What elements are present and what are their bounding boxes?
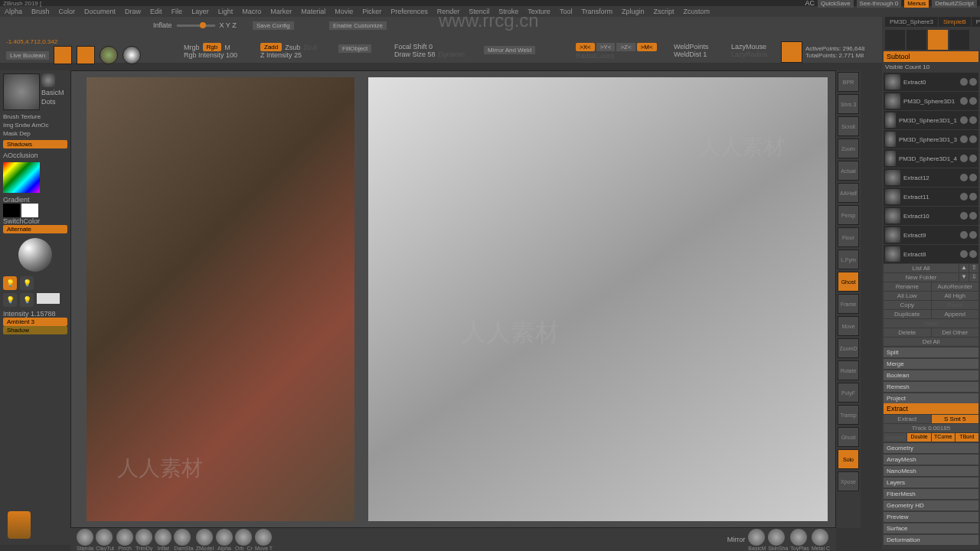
material-preset-icon[interactable]: [812, 529, 828, 546]
polypaint-icon[interactable]: [969, 155, 977, 162]
zoom-button[interactable]: Zoom: [838, 139, 859, 158]
polypaint-icon[interactable]: [969, 212, 977, 220]
light-swatch[interactable]: [37, 293, 60, 304]
copy-button[interactable]: Copy: [884, 301, 931, 309]
brush-preset-icon[interactable]: [255, 529, 272, 546]
polypaint-icon[interactable]: [969, 231, 977, 239]
move-down-icon[interactable]: ⇩: [969, 273, 978, 282]
matcap-icon[interactable]: [122, 46, 141, 64]
visibility-icon[interactable]: [960, 155, 968, 162]
polypaint-icon[interactable]: [969, 250, 977, 258]
visibility-icon[interactable]: [960, 97, 968, 105]
xpose-button[interactable]: Xpose: [838, 471, 859, 491]
all-high-button[interactable]: All High: [932, 292, 979, 300]
zcut-label[interactable]: Zcut: [303, 44, 317, 51]
tool-thumb-1[interactable]: [885, 30, 905, 50]
menu-light[interactable]: Light: [218, 8, 234, 15]
brush-alt-icon[interactable]: [41, 73, 55, 87]
switchcolor-button[interactable]: SwitchColor: [3, 217, 67, 225]
extract-button[interactable]: Extract: [884, 415, 931, 423]
panel-section[interactable]: Deformation: [884, 535, 978, 545]
brush-tab[interactable]: Brush: [3, 113, 19, 120]
polypaint-icon[interactable]: [969, 135, 977, 143]
brush-preset-icon[interactable]: [216, 529, 233, 546]
ghost2-button[interactable]: Ghost: [838, 427, 859, 447]
material-preset-icon[interactable]: [790, 529, 807, 546]
tool-thumb-4[interactable]: [949, 30, 969, 50]
menu-alpha[interactable]: Alpha: [5, 8, 22, 15]
panel-section[interactable]: Geometry HD: [884, 500, 978, 510]
extract-header[interactable]: Extract: [884, 403, 978, 414]
del-other-button[interactable]: Del Other: [932, 328, 979, 337]
panel-section[interactable]: NanoMesh: [884, 466, 978, 476]
intensity-slider[interactable]: Intensity 1.15788: [3, 310, 67, 318]
light-3-icon[interactable]: 💡: [3, 293, 17, 307]
visibility-icon[interactable]: [960, 78, 968, 86]
menu-transform[interactable]: Transform: [581, 8, 612, 15]
menu-stencil[interactable]: Stencil: [469, 8, 489, 15]
tool-tab-3[interactable]: PM3D_: [972, 17, 980, 27]
autoreorder-button[interactable]: AutoReorder: [932, 282, 979, 291]
menu-edit[interactable]: Edit: [150, 8, 162, 15]
welddist-slider[interactable]: WeldDist 1: [674, 51, 708, 58]
menu-stroke[interactable]: Stroke: [498, 8, 518, 15]
menu-zcustom[interactable]: Zcustom: [684, 8, 710, 15]
new-folder-button[interactable]: New Folder: [884, 273, 959, 282]
menu-macro[interactable]: Macro: [242, 8, 261, 15]
tool-tab-2[interactable]: SimpleB: [939, 17, 971, 27]
ssmt-slider[interactable]: S Smt 5: [932, 415, 979, 423]
brush-preset-icon[interactable]: [136, 529, 152, 546]
menu-picker[interactable]: Picker: [362, 8, 381, 15]
sculpt-mesh[interactable]: [368, 77, 828, 521]
texture-tab[interactable]: Texture: [21, 113, 41, 120]
ghost-button[interactable]: Ghost: [838, 272, 859, 292]
subtool-item[interactable]: PM3D_Sphere3D1_3: [884, 130, 978, 148]
visibility-icon[interactable]: [960, 231, 968, 239]
menu-zplugin[interactable]: Zplugin: [622, 8, 645, 15]
actual-button[interactable]: Actual: [838, 161, 859, 181]
delete-button[interactable]: Delete: [884, 328, 931, 337]
accept-button[interactable]: Accept: [884, 433, 906, 442]
localsym-button[interactable]: L.Fym: [838, 249, 859, 269]
menu-tool[interactable]: Tool: [560, 8, 573, 15]
m-label[interactable]: M: [224, 44, 230, 51]
rgb-button[interactable]: Rgb: [203, 43, 222, 51]
shadows-toggle[interactable]: Shadows: [3, 140, 67, 148]
shadow-toggle[interactable]: Shadow: [3, 326, 67, 334]
brush-preset-icon[interactable]: [96, 529, 113, 546]
subtool-header[interactable]: Subtool: [884, 51, 978, 62]
menu-texture[interactable]: Texture: [528, 8, 550, 15]
subtool-item[interactable]: Extract12: [884, 168, 978, 187]
brush-preset-icon[interactable]: [77, 529, 93, 546]
lazymouse-button[interactable]: LazyMouse: [731, 43, 767, 51]
fillobject-button[interactable]: FillObject: [338, 44, 371, 53]
focal-shift-slider[interactable]: Focal Shift 0: [394, 43, 466, 51]
polypaint-icon[interactable]: [969, 174, 977, 181]
project-section[interactable]: Project: [884, 393, 978, 403]
gradient-label[interactable]: Gradient: [3, 196, 67, 204]
menu-preferences[interactable]: Preferences: [390, 8, 428, 15]
tool-thumb-2[interactable]: [906, 30, 926, 50]
weldpoints-button[interactable]: WeldPoints: [674, 43, 708, 51]
light-2-icon[interactable]: 💡: [20, 276, 34, 290]
draw-icon[interactable]: [77, 46, 95, 64]
sym-z-button[interactable]: >Z<: [616, 43, 635, 51]
zscript-button[interactable]: DefaultZScript: [932, 0, 977, 8]
live-boolean-button[interactable]: Live Boolean: [6, 51, 49, 60]
light-1-icon[interactable]: 💡: [3, 276, 17, 290]
aocclusion-label[interactable]: AOcclusion: [3, 152, 67, 159]
mask-button[interactable]: Mask: [3, 130, 18, 137]
visibility-icon[interactable]: [960, 212, 968, 220]
tool-tab-1[interactable]: PM3D_Sphere3: [885, 17, 938, 27]
del-all-button[interactable]: Del All: [884, 337, 978, 346]
save-config-button[interactable]: Save Config: [253, 21, 294, 30]
enable-customize-button[interactable]: Enable Customize: [329, 21, 387, 30]
mrgb-label[interactable]: Mrgb: [184, 44, 200, 51]
panel-section[interactable]: Layers: [884, 478, 978, 487]
all-low-button[interactable]: All Low: [884, 292, 931, 300]
menu-zscript[interactable]: Zscript: [654, 8, 675, 15]
material-preset-icon[interactable]: [768, 529, 785, 546]
insert-button[interactable]: Insert: [884, 319, 978, 328]
zsub-label[interactable]: Zsub: [285, 44, 300, 51]
panel-section[interactable]: FiberMesh: [884, 489, 978, 499]
